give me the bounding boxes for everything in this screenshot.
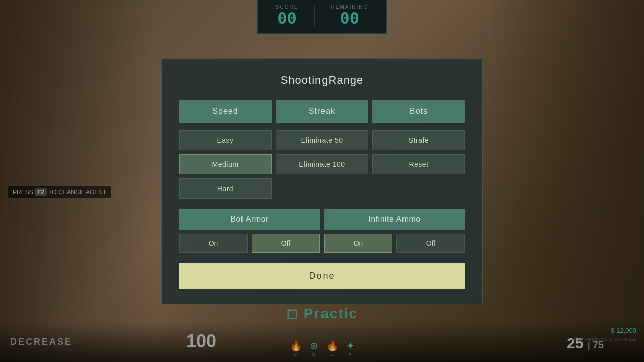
infinite-ammo-on[interactable]: On bbox=[324, 234, 392, 253]
option-reset[interactable]: Reset bbox=[372, 154, 465, 174]
option-empty-2 bbox=[372, 178, 465, 199]
option-strafe[interactable]: Strafe bbox=[372, 130, 465, 150]
option-eliminate-50[interactable]: Eliminate 50 bbox=[276, 130, 368, 150]
option-medium[interactable]: Medium bbox=[179, 154, 272, 174]
option-empty-1 bbox=[276, 178, 368, 199]
bot-armor-off[interactable]: Off bbox=[252, 234, 320, 253]
option-hard[interactable]: Hard bbox=[179, 178, 272, 199]
tab-bots[interactable]: Bots bbox=[372, 100, 465, 123]
infinite-ammo-label[interactable]: Infinite Ammo bbox=[324, 209, 465, 230]
toggle-options-row: On Off On Off bbox=[179, 234, 465, 253]
tab-bar: Speed Streak Bots bbox=[179, 100, 465, 123]
settings-modal: ShootingRange Speed Streak Bots Easy Eli… bbox=[161, 58, 483, 304]
option-eliminate-100[interactable]: Eliminate 100 bbox=[276, 154, 368, 174]
options-grid: Easy Eliminate 50 Strafe Medium Eliminat… bbox=[179, 130, 465, 199]
tab-streak[interactable]: Streak bbox=[276, 100, 368, 123]
modal-title: ShootingRange bbox=[179, 74, 465, 87]
tab-speed[interactable]: Speed bbox=[179, 100, 272, 123]
bot-armor-on[interactable]: On bbox=[179, 234, 248, 253]
infinite-ammo-off[interactable]: Off bbox=[396, 234, 465, 253]
toggle-label-row: Bot Armor Infinite Ammo bbox=[179, 209, 465, 230]
bot-armor-label[interactable]: Bot Armor bbox=[179, 209, 320, 230]
option-easy[interactable]: Easy bbox=[179, 130, 272, 150]
toggle-section: Bot Armor Infinite Ammo On Off On Off bbox=[179, 209, 465, 253]
modal-overlay: ShootingRange Speed Streak Bots Easy Eli… bbox=[0, 0, 644, 362]
done-button[interactable]: Done bbox=[179, 263, 465, 289]
